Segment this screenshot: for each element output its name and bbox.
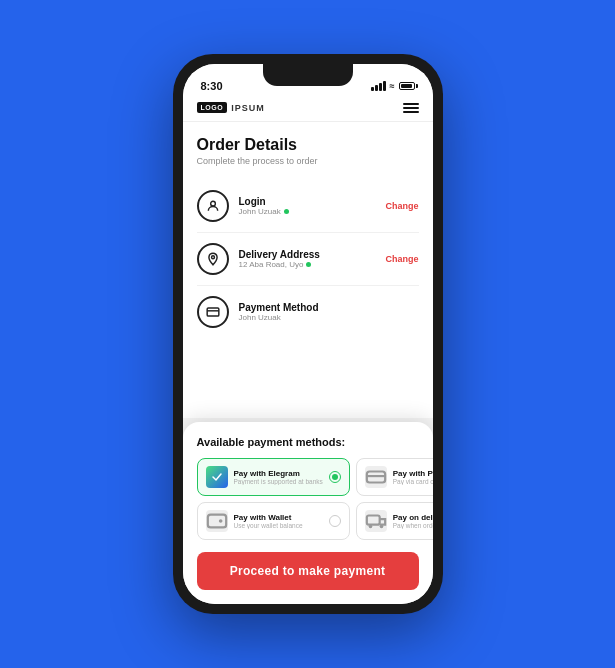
app-header: LOGO IPSUM: [183, 96, 433, 122]
svg-point-0: [210, 201, 215, 206]
page-title: Order Details: [197, 136, 419, 154]
svg-point-1: [211, 256, 214, 259]
elegram-icon: [206, 466, 228, 488]
status-time: 8:30: [201, 80, 223, 92]
status-icons: ≈: [371, 81, 415, 91]
wallet-info: Pay with Wallet Use your wallet balance: [234, 513, 323, 529]
delivery-desc: Pay when order arrives: [393, 522, 433, 529]
delivery-info: Pay on delivery Pay when order arrives: [393, 513, 433, 529]
login-subtitle: John Uzuak: [239, 207, 376, 216]
address-icon: [197, 243, 229, 275]
address-change-button[interactable]: Change: [385, 254, 418, 264]
wallet-desc: Use your wallet balance: [234, 522, 323, 529]
address-status-dot: [306, 262, 311, 267]
payment-options-grid: Pay with Elegram Payment is supported at…: [197, 458, 419, 540]
proceed-payment-button[interactable]: Proceed to make payment: [197, 552, 419, 590]
phone-screen: 8:30 ≈ LOGO IPSUM: [183, 64, 433, 604]
paystack-info: Pay with Paystack Pay via card or bank: [393, 469, 433, 485]
wallet-icon: [206, 510, 228, 532]
login-title: Login: [239, 196, 376, 207]
svg-point-9: [368, 525, 372, 529]
payment-panel: Available payment methods: Pay with Eleg…: [183, 422, 433, 604]
elegram-name: Pay with Elegram: [234, 469, 323, 478]
address-info: Delivery Address 12 Aba Road, Uyo: [239, 249, 376, 269]
payment-option-delivery[interactable]: Pay on delivery Pay when order arrives: [356, 502, 433, 540]
elegram-radio: [329, 471, 341, 483]
phone-notch: [263, 64, 353, 86]
paystack-name: Pay with Paystack: [393, 469, 433, 478]
svg-rect-2: [207, 308, 219, 316]
battery-icon: [399, 82, 415, 90]
logo-text: IPSUM: [231, 103, 265, 113]
payment-option-elegram[interactable]: Pay with Elegram Payment is supported at…: [197, 458, 350, 496]
elegram-info: Pay with Elegram Payment is supported at…: [234, 469, 323, 485]
panel-title: Available payment methods:: [197, 436, 419, 448]
logo: LOGO IPSUM: [197, 102, 265, 113]
svg-rect-6: [207, 515, 225, 528]
order-item-login: Login John Uzuak Change: [197, 180, 419, 233]
payment-title: Payment Method: [239, 302, 419, 313]
payment-icon: [197, 296, 229, 328]
login-change-button[interactable]: Change: [385, 201, 418, 211]
svg-point-10: [379, 525, 383, 529]
payment-subtitle: John Uzuak: [239, 313, 419, 322]
login-icon: [197, 190, 229, 222]
wifi-icon: ≈: [390, 81, 395, 91]
paystack-icon: [365, 466, 387, 488]
main-content: Order Details Complete the process to or…: [183, 122, 433, 418]
logo-mark: LOGO: [197, 102, 228, 113]
payment-info: Payment Method John Uzuak: [239, 302, 419, 322]
order-item-address: Delivery Address 12 Aba Road, Uyo Change: [197, 233, 419, 286]
order-item-payment: Payment Method John Uzuak: [197, 286, 419, 338]
wallet-name: Pay with Wallet: [234, 513, 323, 522]
menu-button[interactable]: [403, 103, 419, 113]
elegram-desc: Payment is supported at banks: [234, 478, 323, 485]
page-subtitle: Complete the process to order: [197, 156, 419, 166]
login-info: Login John Uzuak: [239, 196, 376, 216]
payment-option-paystack[interactable]: Pay with Paystack Pay via card or bank: [356, 458, 433, 496]
status-dot: [284, 209, 289, 214]
payment-option-wallet[interactable]: Pay with Wallet Use your wallet balance: [197, 502, 350, 540]
delivery-icon: [365, 510, 387, 532]
address-subtitle: 12 Aba Road, Uyo: [239, 260, 376, 269]
svg-rect-8: [367, 516, 380, 525]
phone-frame: 8:30 ≈ LOGO IPSUM: [173, 54, 443, 614]
address-title: Delivery Address: [239, 249, 376, 260]
wallet-radio: [329, 515, 341, 527]
svg-point-7: [218, 519, 222, 523]
signal-icon: [371, 81, 386, 91]
paystack-desc: Pay via card or bank: [393, 478, 433, 485]
delivery-name: Pay on delivery: [393, 513, 433, 522]
